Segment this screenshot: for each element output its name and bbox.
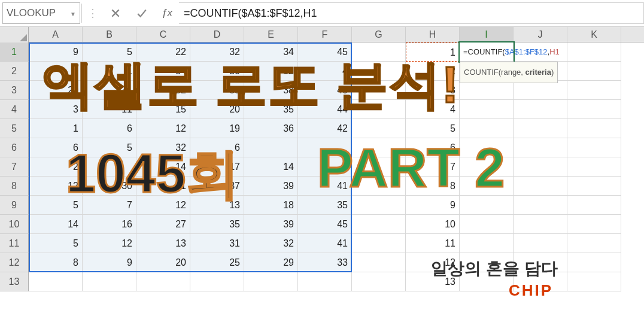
row-header-11[interactable]: 11 <box>0 234 29 253</box>
cell-K11[interactable] <box>567 234 621 253</box>
row-header-5[interactable]: 5 <box>0 119 29 138</box>
cell-C3[interactable]: 32 <box>136 81 190 100</box>
cell-K1[interactable] <box>567 42 621 62</box>
column-header-B[interactable]: B <box>83 27 136 42</box>
cell-C5[interactable]: 12 <box>136 119 190 138</box>
cell-F7[interactable] <box>298 157 352 177</box>
column-header-C[interactable]: C <box>136 27 190 42</box>
cell-G9[interactable] <box>352 196 406 215</box>
cell-D6[interactable]: 6 <box>190 138 244 157</box>
cell-H2[interactable]: 2 <box>406 62 460 81</box>
cell-K7[interactable] <box>567 157 621 177</box>
cell-G8[interactable] <box>352 177 406 196</box>
cell-F3[interactable]: 40 <box>298 81 352 100</box>
column-header-D[interactable]: D <box>190 27 244 42</box>
cell-G6[interactable] <box>352 138 406 157</box>
cell-H3[interactable]: 3 <box>406 81 460 100</box>
cell-A5[interactable]: 1 <box>29 119 83 138</box>
cell-C8[interactable]: 31 <box>136 177 190 196</box>
column-header-I[interactable]: I <box>460 27 514 42</box>
cell-I1[interactable]: =COUNTIF($A$1:$F$12,H1COUNTIF(range, cri… <box>460 42 514 62</box>
cell-D4[interactable]: 20 <box>190 100 244 119</box>
cell-F9[interactable]: 35 <box>298 196 352 215</box>
column-header-K[interactable]: K <box>567 27 621 42</box>
cell-C1[interactable]: 22 <box>136 42 190 62</box>
cell-D12[interactable]: 25 <box>190 253 244 272</box>
cell-F4[interactable]: 44 <box>298 100 352 119</box>
cell-K10[interactable] <box>567 215 621 234</box>
cell-I3[interactable] <box>460 81 514 100</box>
cell-B13[interactable] <box>83 272 136 291</box>
row-header-12[interactable]: 12 <box>0 253 29 272</box>
row-header-3[interactable]: 3 <box>0 81 29 100</box>
cell-J5[interactable] <box>514 119 567 138</box>
cell-E6[interactable] <box>244 138 298 157</box>
cell-K6[interactable] <box>567 138 621 157</box>
row-header-2[interactable]: 2 <box>0 62 29 81</box>
cell-J10[interactable] <box>514 215 567 234</box>
cell-F13[interactable] <box>298 272 352 291</box>
cell-H6[interactable]: 6 <box>406 138 460 157</box>
cell-H12[interactable]: 12 <box>406 253 460 272</box>
cell-J12[interactable] <box>514 253 567 272</box>
cell-J7[interactable] <box>514 157 567 177</box>
cell-H7[interactable]: 7 <box>406 157 460 177</box>
cell-G5[interactable] <box>352 119 406 138</box>
cell-C4[interactable]: 15 <box>136 100 190 119</box>
cell-F5[interactable]: 42 <box>298 119 352 138</box>
cell-I7[interactable] <box>460 157 514 177</box>
cell-A13[interactable] <box>29 272 83 291</box>
name-box[interactable]: VLOOKUP ▼ <box>2 2 80 24</box>
cell-A6[interactable]: 6 <box>29 138 83 157</box>
cell-E13[interactable] <box>244 272 298 291</box>
cell-F6[interactable] <box>298 138 352 157</box>
cell-B5[interactable]: 6 <box>83 119 136 138</box>
row-header-8[interactable]: 8 <box>0 177 29 196</box>
column-header-F[interactable]: F <box>298 27 352 42</box>
cell-K4[interactable] <box>567 100 621 119</box>
cell-J3[interactable] <box>514 81 567 100</box>
cell-E4[interactable]: 35 <box>244 100 298 119</box>
chevron-down-icon[interactable]: ▼ <box>70 11 76 17</box>
cell-K12[interactable] <box>567 253 621 272</box>
cell-K2[interactable] <box>567 62 621 81</box>
cell-K3[interactable] <box>567 81 621 100</box>
cell-B9[interactable]: 7 <box>83 196 136 215</box>
cell-H10[interactable]: 10 <box>406 215 460 234</box>
cell-F2[interactable]: 4 <box>298 62 352 81</box>
cell-E8[interactable]: 39 <box>244 177 298 196</box>
cell-C7[interactable]: 14 <box>136 157 190 177</box>
row-header-4[interactable]: 4 <box>0 100 29 119</box>
cell-F10[interactable]: 45 <box>298 215 352 234</box>
cell-C10[interactable]: 27 <box>136 215 190 234</box>
cell-J9[interactable] <box>514 196 567 215</box>
cell-A9[interactable]: 5 <box>29 196 83 215</box>
fx-icon[interactable]: ƒx <box>155 2 179 24</box>
cell-B2[interactable]: 1 <box>83 62 136 81</box>
cell-B6[interactable]: 5 <box>83 138 136 157</box>
cell-B8[interactable]: 30 <box>83 177 136 196</box>
cell-B1[interactable]: 5 <box>83 42 136 62</box>
cell-J6[interactable] <box>514 138 567 157</box>
cell-G1[interactable] <box>352 42 406 62</box>
expand-icon[interactable]: ⋮ <box>83 2 102 24</box>
cell-A2[interactable]: 9 <box>29 62 83 81</box>
select-all-corner[interactable] <box>0 27 29 42</box>
row-header-10[interactable]: 10 <box>0 215 29 234</box>
cell-B12[interactable]: 9 <box>83 253 136 272</box>
row-header-13[interactable]: 13 <box>0 272 29 291</box>
cell-A1[interactable]: 9 <box>29 42 83 62</box>
cell-B11[interactable]: 12 <box>83 234 136 253</box>
cell-H11[interactable]: 11 <box>406 234 460 253</box>
column-header-A[interactable]: A <box>29 27 83 42</box>
cell-C9[interactable]: 12 <box>136 196 190 215</box>
cell-E11[interactable]: 32 <box>244 234 298 253</box>
cell-I11[interactable] <box>460 234 514 253</box>
cell-I12[interactable] <box>460 253 514 272</box>
cancel-icon[interactable] <box>102 2 129 24</box>
cell-A11[interactable]: 5 <box>29 234 83 253</box>
cell-E7[interactable]: 14 <box>244 157 298 177</box>
cell-A12[interactable]: 8 <box>29 253 83 272</box>
cell-C6[interactable]: 32 <box>136 138 190 157</box>
cell-H5[interactable]: 5 <box>406 119 460 138</box>
